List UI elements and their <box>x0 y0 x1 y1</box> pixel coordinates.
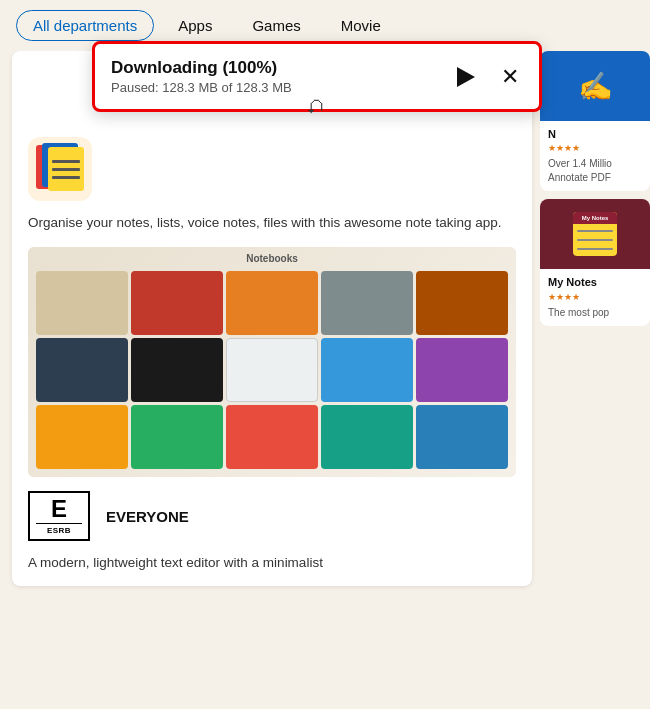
thumb-10 <box>416 338 508 402</box>
right-panel: ✍ N ★★★★ Over 1.4 Millio Annotate PDF My… <box>532 51 650 586</box>
right-card-2-stars: ★★★★ <box>548 292 642 302</box>
download-subtitle: Paused: 128.3 MB of 128.3 MB <box>111 80 292 95</box>
app-header <box>28 137 516 201</box>
right-card-1-icon: ✍ <box>540 51 650 121</box>
nav-games[interactable]: Games <box>236 11 316 40</box>
esrb-grade: E <box>51 497 67 521</box>
bottom-description: A modern, lightweight text editor with a… <box>28 555 516 570</box>
esrb-label: ESRB <box>36 523 82 535</box>
thumb-15 <box>416 405 508 469</box>
rating-section: E ESRB EVERYONE <box>28 491 516 541</box>
close-icon: ✕ <box>501 66 519 88</box>
right-card-2-desc: The most pop <box>548 306 642 320</box>
thumb-12 <box>131 405 223 469</box>
note-small-line-1 <box>577 230 613 232</box>
cursor-arrow: ⮏ <box>305 96 323 117</box>
right-card-1-desc: Over 1.4 Millio Annotate PDF <box>548 157 642 185</box>
thumb-14 <box>321 405 413 469</box>
right-card-1-title: N <box>548 127 642 141</box>
note-line-1 <box>52 160 80 163</box>
right-card-2-title: My Notes <box>548 275 642 289</box>
right-card-2[interactable]: My Notes My Notes ★★★★ The most pop <box>540 199 650 325</box>
note-icon-stack <box>34 143 86 195</box>
right-card-1[interactable]: ✍ N ★★★★ Over 1.4 Millio Annotate PDF <box>540 51 650 191</box>
thumb-3 <box>226 271 318 335</box>
nav-all-departments[interactable]: All departments <box>16 10 154 41</box>
esrb-box: E ESRB <box>28 491 90 541</box>
thumb-1 <box>36 271 128 335</box>
note-small-line-2 <box>577 239 613 241</box>
note-line-2 <box>52 168 80 171</box>
content-area: Downloading (100%) Paused: 128.3 MB of 1… <box>0 51 650 586</box>
screenshot-mock: Notebooks <box>28 247 516 477</box>
screenshot-header: Notebooks <box>246 253 298 264</box>
download-controls: ✕ <box>453 62 523 92</box>
thumb-13 <box>226 405 318 469</box>
right-card-2-info: My Notes ★★★★ The most pop <box>540 269 650 325</box>
app-icon <box>28 137 92 201</box>
thumb-11 <box>36 405 128 469</box>
esrb-text: EVERYONE <box>106 508 189 525</box>
thumb-8 <box>226 338 318 402</box>
resume-button[interactable] <box>453 63 479 91</box>
right-card-1-info: N ★★★★ Over 1.4 Millio Annotate PDF <box>540 121 650 191</box>
notes-header-text: My Notes <box>582 215 609 221</box>
thumb-2 <box>131 271 223 335</box>
thumb-5 <box>416 271 508 335</box>
download-popup: Downloading (100%) Paused: 128.3 MB of 1… <box>92 41 542 112</box>
download-title: Downloading (100%) <box>111 58 292 78</box>
edit-icon: ✍ <box>578 70 613 103</box>
app-description-short: Organise your notes, lists, voice notes,… <box>28 213 516 233</box>
nav-apps[interactable]: Apps <box>162 11 228 40</box>
thumb-6 <box>36 338 128 402</box>
note-page-yellow <box>48 147 84 191</box>
my-notes-icon: My Notes <box>573 212 617 256</box>
download-info: Downloading (100%) Paused: 128.3 MB of 1… <box>111 58 292 95</box>
nav-movies[interactable]: Movie <box>325 11 397 40</box>
thumb-7 <box>131 338 223 402</box>
right-card-2-icon: My Notes <box>540 199 650 269</box>
note-small-line-3 <box>577 248 613 250</box>
main-app-card: Downloading (100%) Paused: 128.3 MB of 1… <box>12 51 532 586</box>
cancel-button[interactable]: ✕ <box>497 62 523 92</box>
thumb-4 <box>321 271 413 335</box>
thumb-9 <box>321 338 413 402</box>
play-icon <box>457 67 475 87</box>
notes-header-bar: My Notes <box>573 212 617 224</box>
screenshot-area: Notebooks <box>28 247 516 477</box>
right-card-1-stars: ★★★★ <box>548 143 642 153</box>
note-line-3 <box>52 176 80 179</box>
